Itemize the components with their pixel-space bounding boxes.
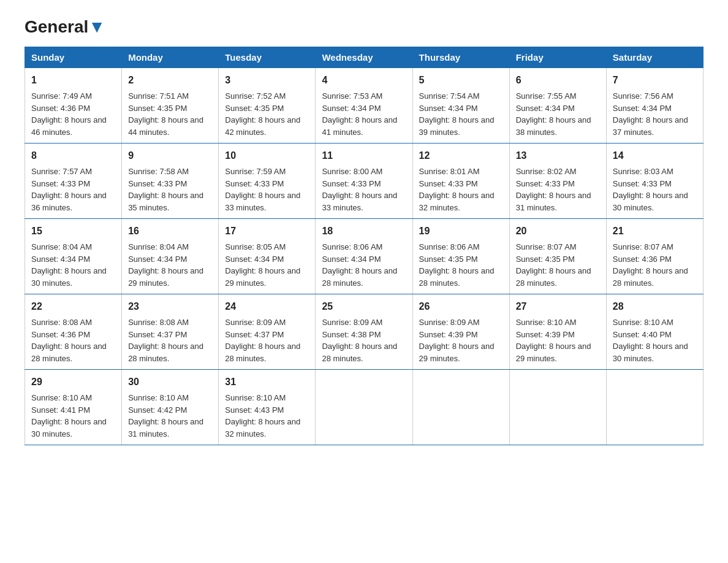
day-number: 6 xyxy=(516,73,600,88)
calendar-cell xyxy=(606,370,703,445)
calendar-cell: 6 Sunrise: 7:55 AMSunset: 4:34 PMDayligh… xyxy=(509,68,606,144)
day-number: 19 xyxy=(419,224,503,239)
calendar-cell: 4 Sunrise: 7:53 AMSunset: 4:34 PMDayligh… xyxy=(316,68,412,144)
calendar-cell: 22 Sunrise: 8:08 AMSunset: 4:36 PMDaylig… xyxy=(25,294,122,370)
calendar-header-row: SundayMondayTuesdayWednesdayThursdayFrid… xyxy=(25,47,703,68)
calendar-cell: 3 Sunrise: 7:52 AMSunset: 4:35 PMDayligh… xyxy=(219,68,316,144)
calendar-cell: 5 Sunrise: 7:54 AMSunset: 4:34 PMDayligh… xyxy=(412,68,509,144)
day-info: Sunrise: 8:08 AMSunset: 4:37 PMDaylight:… xyxy=(128,318,203,363)
day-info: Sunrise: 7:58 AMSunset: 4:33 PMDaylight:… xyxy=(128,167,203,212)
day-number: 30 xyxy=(128,375,212,389)
day-info: Sunrise: 8:09 AMSunset: 4:39 PMDaylight:… xyxy=(419,318,495,363)
day-info: Sunrise: 7:52 AMSunset: 4:35 PMDaylight:… xyxy=(225,91,300,137)
day-number: 22 xyxy=(31,299,115,314)
day-number: 21 xyxy=(613,224,697,239)
calendar-cell: 8 Sunrise: 7:57 AMSunset: 4:33 PMDayligh… xyxy=(25,144,122,219)
day-number: 28 xyxy=(613,299,697,314)
week-row-5: 29 Sunrise: 8:10 AMSunset: 4:41 PMDaylig… xyxy=(25,370,703,445)
day-info: Sunrise: 7:59 AMSunset: 4:33 PMDaylight:… xyxy=(225,167,300,212)
day-info: Sunrise: 8:09 AMSunset: 4:38 PMDaylight:… xyxy=(322,318,397,363)
day-number: 1 xyxy=(31,73,115,88)
day-info: Sunrise: 8:02 AMSunset: 4:33 PMDaylight:… xyxy=(516,167,591,212)
calendar-cell: 31 Sunrise: 8:10 AMSunset: 4:43 PMDaylig… xyxy=(219,370,316,445)
calendar-cell: 20 Sunrise: 8:07 AMSunset: 4:35 PMDaylig… xyxy=(509,219,606,294)
day-info: Sunrise: 7:56 AMSunset: 4:34 PMDaylight:… xyxy=(613,91,688,137)
day-info: Sunrise: 8:07 AMSunset: 4:36 PMDaylight:… xyxy=(613,242,688,288)
day-number: 29 xyxy=(31,375,115,389)
day-number: 14 xyxy=(613,148,697,163)
day-info: Sunrise: 7:55 AMSunset: 4:34 PMDaylight:… xyxy=(516,91,591,137)
day-info: Sunrise: 8:03 AMSunset: 4:33 PMDaylight:… xyxy=(613,167,688,212)
day-number: 5 xyxy=(419,73,503,88)
calendar-cell: 15 Sunrise: 8:04 AMSunset: 4:34 PMDaylig… xyxy=(25,219,122,294)
calendar-cell: 1 Sunrise: 7:49 AMSunset: 4:36 PMDayligh… xyxy=(25,68,122,144)
day-number: 10 xyxy=(225,148,309,163)
day-info: Sunrise: 8:06 AMSunset: 4:35 PMDaylight:… xyxy=(419,242,495,288)
calendar-cell: 24 Sunrise: 8:09 AMSunset: 4:37 PMDaylig… xyxy=(219,294,316,370)
logo-text: General▼ xyxy=(25,18,105,36)
calendar-cell: 2 Sunrise: 7:51 AMSunset: 4:35 PMDayligh… xyxy=(122,68,219,144)
day-info: Sunrise: 7:49 AMSunset: 4:36 PMDaylight:… xyxy=(31,91,107,137)
day-header-sunday: Sunday xyxy=(25,47,122,68)
calendar-cell: 27 Sunrise: 8:10 AMSunset: 4:39 PMDaylig… xyxy=(509,294,606,370)
day-info: Sunrise: 8:01 AMSunset: 4:33 PMDaylight:… xyxy=(419,167,495,212)
week-row-1: 1 Sunrise: 7:49 AMSunset: 4:36 PMDayligh… xyxy=(25,68,703,144)
calendar-cell xyxy=(412,370,509,445)
calendar-cell: 12 Sunrise: 8:01 AMSunset: 4:33 PMDaylig… xyxy=(412,144,509,219)
day-number: 27 xyxy=(516,299,600,314)
day-info: Sunrise: 8:06 AMSunset: 4:34 PMDaylight:… xyxy=(322,242,397,288)
calendar-cell: 16 Sunrise: 8:04 AMSunset: 4:34 PMDaylig… xyxy=(122,219,219,294)
day-header-monday: Monday xyxy=(122,47,219,68)
day-number: 3 xyxy=(225,73,309,88)
day-info: Sunrise: 8:08 AMSunset: 4:36 PMDaylight:… xyxy=(31,318,107,363)
day-number: 4 xyxy=(322,73,406,88)
day-number: 11 xyxy=(322,148,406,163)
day-number: 9 xyxy=(128,148,212,163)
calendar-cell: 25 Sunrise: 8:09 AMSunset: 4:38 PMDaylig… xyxy=(316,294,412,370)
calendar-cell: 29 Sunrise: 8:10 AMSunset: 4:41 PMDaylig… xyxy=(25,370,122,445)
calendar-cell xyxy=(316,370,412,445)
day-info: Sunrise: 8:10 AMSunset: 4:43 PMDaylight:… xyxy=(225,393,300,439)
calendar-cell: 9 Sunrise: 7:58 AMSunset: 4:33 PMDayligh… xyxy=(122,144,219,219)
day-info: Sunrise: 8:04 AMSunset: 4:34 PMDaylight:… xyxy=(31,242,107,288)
day-number: 16 xyxy=(128,224,212,239)
day-header-friday: Friday xyxy=(509,47,606,68)
calendar-cell: 23 Sunrise: 8:08 AMSunset: 4:37 PMDaylig… xyxy=(122,294,219,370)
week-row-2: 8 Sunrise: 7:57 AMSunset: 4:33 PMDayligh… xyxy=(25,144,703,219)
week-row-4: 22 Sunrise: 8:08 AMSunset: 4:36 PMDaylig… xyxy=(25,294,703,370)
calendar-cell: 18 Sunrise: 8:06 AMSunset: 4:34 PMDaylig… xyxy=(316,219,412,294)
calendar-cell: 30 Sunrise: 8:10 AMSunset: 4:42 PMDaylig… xyxy=(122,370,219,445)
calendar-cell: 7 Sunrise: 7:56 AMSunset: 4:34 PMDayligh… xyxy=(606,68,703,144)
day-number: 8 xyxy=(31,148,115,163)
day-number: 18 xyxy=(322,224,406,239)
calendar-cell: 11 Sunrise: 8:00 AMSunset: 4:33 PMDaylig… xyxy=(316,144,412,219)
day-info: Sunrise: 8:04 AMSunset: 4:34 PMDaylight:… xyxy=(128,242,203,288)
day-number: 17 xyxy=(225,224,309,239)
calendar-cell: 26 Sunrise: 8:09 AMSunset: 4:39 PMDaylig… xyxy=(412,294,509,370)
calendar-table: SundayMondayTuesdayWednesdayThursdayFrid… xyxy=(25,47,703,445)
day-info: Sunrise: 7:51 AMSunset: 4:35 PMDaylight:… xyxy=(128,91,203,137)
calendar-cell: 28 Sunrise: 8:10 AMSunset: 4:40 PMDaylig… xyxy=(606,294,703,370)
day-info: Sunrise: 8:00 AMSunset: 4:33 PMDaylight:… xyxy=(322,167,397,212)
day-info: Sunrise: 8:10 AMSunset: 4:42 PMDaylight:… xyxy=(128,393,203,439)
day-number: 31 xyxy=(225,375,309,389)
day-info: Sunrise: 8:05 AMSunset: 4:34 PMDaylight:… xyxy=(225,242,300,288)
day-info: Sunrise: 7:54 AMSunset: 4:34 PMDaylight:… xyxy=(419,91,495,137)
calendar-cell: 19 Sunrise: 8:06 AMSunset: 4:35 PMDaylig… xyxy=(412,219,509,294)
day-info: Sunrise: 7:57 AMSunset: 4:33 PMDaylight:… xyxy=(31,167,107,212)
day-info: Sunrise: 8:07 AMSunset: 4:35 PMDaylight:… xyxy=(516,242,591,288)
calendar-cell xyxy=(509,370,606,445)
day-number: 26 xyxy=(419,299,503,314)
calendar-cell: 17 Sunrise: 8:05 AMSunset: 4:34 PMDaylig… xyxy=(219,219,316,294)
logo-triangle-icon: ▼ xyxy=(88,17,105,36)
day-number: 15 xyxy=(31,224,115,239)
day-number: 2 xyxy=(128,73,212,88)
day-number: 25 xyxy=(322,299,406,314)
calendar-cell: 21 Sunrise: 8:07 AMSunset: 4:36 PMDaylig… xyxy=(606,219,703,294)
day-info: Sunrise: 7:53 AMSunset: 4:34 PMDaylight:… xyxy=(322,91,397,137)
calendar-cell: 10 Sunrise: 7:59 AMSunset: 4:33 PMDaylig… xyxy=(219,144,316,219)
day-header-saturday: Saturday xyxy=(606,47,703,68)
day-number: 12 xyxy=(419,148,503,163)
day-header-tuesday: Tuesday xyxy=(219,47,316,68)
day-info: Sunrise: 8:10 AMSunset: 4:41 PMDaylight:… xyxy=(31,393,107,439)
